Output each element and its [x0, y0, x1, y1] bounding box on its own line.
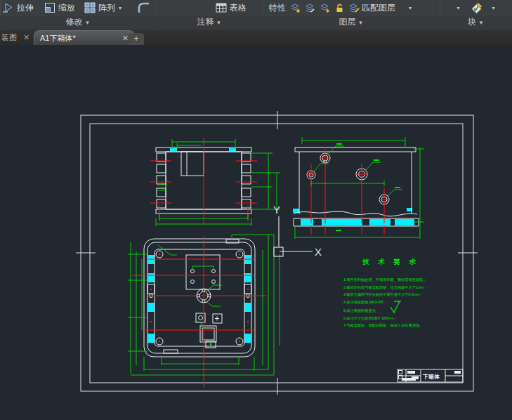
- match-layer-button[interactable]: 匹配图层: [346, 2, 398, 14]
- ucs-x-label: X: [315, 246, 322, 258]
- side-view: [293, 137, 424, 239]
- front-view: [150, 138, 280, 226]
- layer-properties-label: 特性: [269, 2, 286, 14]
- block-dropdown-icon[interactable]: ▾: [455, 5, 461, 11]
- ribbon: 拉伸 缩放 阵列 ▾: [0, 0, 512, 30]
- layer-freeze-button[interactable]: [317, 3, 332, 13]
- layer-edit-button[interactable]: [303, 3, 317, 13]
- front-view-dimensions: [156, 139, 280, 226]
- title-block: 下箱体: [398, 369, 463, 382]
- tech-line-5: 5.未注表面粗糙度为: [343, 308, 376, 313]
- layer-unlock-icon: [334, 3, 344, 13]
- drawing-canvas[interactable]: Y X 技 术 要 求 1.铸件应时效处理，不得有砂眼、裂纹等铸造缺陷； 2.箱…: [0, 45, 512, 420]
- plan-view-hatch: [148, 255, 251, 343]
- stretch-icon: [2, 1, 15, 14]
- plan-view: [128, 235, 280, 388]
- front-view-hatch: [170, 148, 236, 151]
- side-view-dim-labels: [321, 143, 400, 231]
- file-tab-bar: 装图 ✕ A1下箱体* ✕ +: [0, 29, 512, 45]
- layer-edit-icon: [305, 3, 315, 13]
- chevron-down-icon: ▼: [85, 20, 91, 26]
- layer-on-icon: [290, 3, 301, 13]
- block-label: 块: [468, 17, 476, 27]
- stretch-button[interactable]: 拉伸: [0, 1, 36, 14]
- modify-label: 修改: [66, 17, 83, 27]
- layer-unlock-button[interactable]: [332, 3, 346, 13]
- panel-label-block[interactable]: 块▼: [440, 16, 512, 29]
- title-block-part-name: 下箱体: [422, 374, 440, 380]
- panel-label-layers[interactable]: 图层▼: [263, 16, 440, 29]
- stretch-label: 拉伸: [17, 2, 34, 14]
- fillet-button[interactable]: [135, 1, 153, 14]
- array-label: 阵列: [98, 2, 115, 14]
- panel-label-annotate[interactable]: 注释▼: [156, 16, 263, 29]
- table-label: 表格: [230, 2, 247, 14]
- file-tab-active-label: A1下箱体*: [40, 33, 76, 44]
- table-button[interactable]: 表格: [213, 2, 249, 14]
- file-tab-active[interactable]: A1下箱体* ✕: [34, 30, 135, 46]
- file-tab-inactive[interactable]: 装图 ✕: [0, 29, 29, 45]
- surface-roughness-icon: [390, 301, 401, 313]
- panel-layers: 特性: [263, 0, 440, 29]
- table-icon: [215, 2, 228, 13]
- tech-line-7: 7.与箱盖配钻，装配后检验，先加工后分离清洗。: [343, 323, 423, 328]
- annotate-label: 注释: [197, 17, 214, 27]
- chevron-down-icon: ▼: [358, 20, 364, 26]
- edit-attribute-button[interactable]: [467, 1, 485, 15]
- close-icon[interactable]: ✕: [122, 34, 129, 43]
- ucs-y-label: Y: [273, 204, 280, 216]
- match-layer-label: 匹配图层: [362, 2, 395, 14]
- panel-block: ▾ ▾ 块▼: [440, 0, 512, 29]
- layer-properties-button[interactable]: 特性: [267, 2, 288, 14]
- scale-label: 缩放: [58, 2, 75, 14]
- edit-attribute-icon: [469, 1, 483, 15]
- tech-line-3: 3.轴承孔轴线与剖分面的不重合度不大于0.3mm；: [343, 292, 424, 297]
- match-layer-icon: [348, 3, 360, 13]
- layer-on-button[interactable]: [288, 3, 303, 13]
- array-dropdown-icon[interactable]: ▾: [117, 5, 123, 11]
- fillet-icon: [137, 1, 151, 14]
- panel-modify: 拉伸 缩放 阵列 ▾: [0, 0, 157, 29]
- array-button[interactable]: 阵列 ▾: [81, 1, 125, 14]
- panel-label-modify[interactable]: 修改▼: [0, 16, 156, 29]
- new-tab-button[interactable]: +: [129, 33, 144, 45]
- array-icon: [84, 1, 96, 14]
- tech-requirements: 技 术 要 求 1.铸件应时效处理，不得有砂眼、裂纹等铸造缺陷； 2.箱体剖分面…: [343, 258, 428, 328]
- close-icon[interactable]: ✕: [23, 33, 29, 42]
- chevron-down-icon: ▼: [478, 20, 484, 26]
- scale-icon: [44, 1, 56, 14]
- drawing-svg: Y X 技 术 要 求 1.铸件应时效处理，不得有砂眼、裂纹等铸造缺陷； 2.箱…: [0, 45, 512, 420]
- layer-freeze-icon: [320, 3, 330, 13]
- tech-line-4: 4.未注铸造圆角为R3~R5；: [343, 300, 387, 305]
- panel-annotate: 表格 注释▼: [156, 0, 263, 29]
- chevron-down-icon: ▼: [216, 20, 222, 26]
- tech-requirements-title: 技 术 要 求: [362, 258, 419, 265]
- tech-line-2: 2.箱体剖分面与箱盖配刮研，结合间隙不大于1mm；: [343, 285, 428, 290]
- tech-line-1: 1.铸件应时效处理，不得有砂眼、裂纹等铸造缺陷；: [343, 277, 426, 282]
- block-dropdown2-icon[interactable]: ▾: [491, 5, 497, 11]
- plus-icon: +: [133, 34, 138, 44]
- layers-extra-dropdown-icon[interactable]: ▾: [407, 5, 413, 11]
- plan-view-hole-marks: [150, 254, 249, 343]
- scale-button[interactable]: 缩放: [41, 1, 77, 14]
- layers-label: 图层: [339, 17, 356, 27]
- front-view-centerlines: [150, 138, 257, 223]
- tech-line-6: 6.未注尺寸公差按GB/T 1804-m；: [343, 316, 398, 320]
- file-tab-inactive-label: 装图: [1, 32, 17, 43]
- autocad-window: 拉伸 缩放 阵列 ▾: [0, 0, 512, 420]
